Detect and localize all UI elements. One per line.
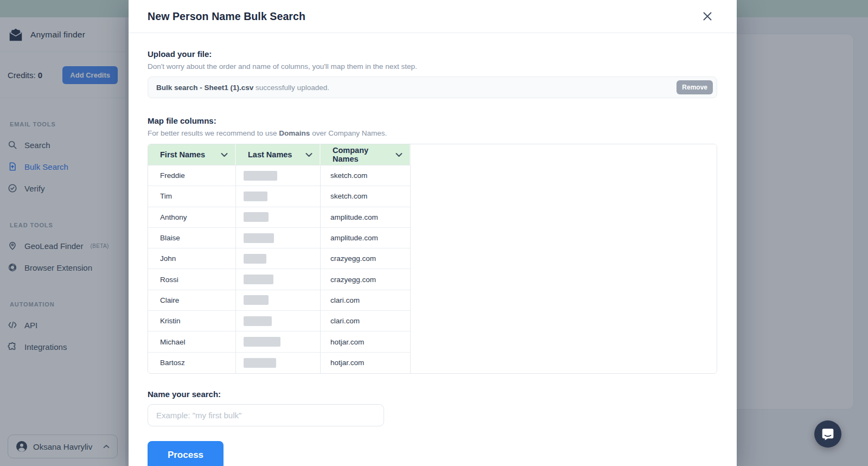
modal-title: New Person Name Bulk Search <box>148 10 305 23</box>
first-name-cell: Michael <box>148 331 236 352</box>
modal-header: New Person Name Bulk Search <box>129 0 737 33</box>
company-cell: hotjar.com <box>321 353 411 373</box>
column-label: Last Names <box>248 150 292 159</box>
company-cell: amplitude.com <box>321 207 411 228</box>
process-button[interactable]: Process <box>148 441 224 466</box>
column-select-company-names[interactable]: Company Names <box>321 144 411 165</box>
close-icon <box>702 11 713 22</box>
company-cell: clari.com <box>321 311 411 331</box>
first-name-cell: Anthony <box>148 207 236 228</box>
redacted-last-name <box>244 171 277 181</box>
chevron-down-icon <box>395 152 403 157</box>
last-name-cell <box>236 311 321 331</box>
column-select-last-names[interactable]: Last Names <box>236 144 321 165</box>
redacted-last-name <box>244 358 276 368</box>
last-name-cell <box>236 331 321 352</box>
last-name-cell <box>236 353 321 373</box>
chat-bubble-icon <box>821 427 835 441</box>
map-columns-hint: For better results we recommend to use D… <box>148 129 717 137</box>
last-name-cell <box>236 165 321 186</box>
first-name-cell: Claire <box>148 290 236 311</box>
last-name-cell <box>236 186 321 207</box>
last-name-cell <box>236 207 321 228</box>
table-row: Kristin clari.com <box>148 311 717 331</box>
last-name-cell <box>236 248 321 269</box>
column-label: Company Names <box>333 146 395 163</box>
column-select-first-names[interactable]: First Names <box>148 144 236 165</box>
company-cell: amplitude.com <box>321 228 411 248</box>
redacted-last-name <box>244 316 272 326</box>
company-cell: hotjar.com <box>321 331 411 352</box>
last-name-cell <box>236 228 321 248</box>
first-name-cell: Blaise <box>148 228 236 248</box>
name-search-heading: Name your search: <box>148 390 717 399</box>
company-cell: crazyegg.com <box>321 269 411 290</box>
first-name-cell: Rossi <box>148 269 236 290</box>
column-mapping-table: First Names Last Names Company Names Fre… <box>148 144 717 374</box>
uploaded-file-bar: Bulk search - Sheet1 (1).csv successfull… <box>148 76 717 98</box>
table-header-filler <box>411 144 717 165</box>
upload-heading: Upload your file: <box>148 49 717 59</box>
first-name-cell: Bartosz <box>148 353 236 373</box>
mapping-table-header: First Names Last Names Company Names <box>148 144 717 165</box>
first-name-cell: John <box>148 248 236 269</box>
redacted-last-name <box>244 295 269 305</box>
table-row: Claire clari.com <box>148 290 717 311</box>
company-cell: crazyegg.com <box>321 248 411 269</box>
company-cell: sketch.com <box>321 165 411 186</box>
chevron-down-icon <box>221 152 228 157</box>
table-row: Tim sketch.com <box>148 186 717 207</box>
table-row: Blaise amplitude.com <box>148 228 717 248</box>
map-columns-heading: Map file columns: <box>148 116 717 125</box>
modal-body: Upload your file: Don't worry about the … <box>129 49 737 466</box>
close-button[interactable] <box>700 9 715 24</box>
first-name-cell: Freddie <box>148 165 236 186</box>
company-cell: clari.com <box>321 290 411 311</box>
column-label: First Names <box>160 150 205 159</box>
uploaded-file-name: Bulk search - Sheet1 (1).csv <box>156 84 253 92</box>
table-row: Rossi crazyegg.com <box>148 269 717 290</box>
redacted-last-name <box>244 212 269 222</box>
table-row: Michael hotjar.com <box>148 331 717 352</box>
uploaded-file-status: Bulk search - Sheet1 (1).csv successfull… <box>156 84 329 92</box>
redacted-last-name <box>244 233 274 243</box>
redacted-last-name <box>244 254 266 264</box>
search-name-input[interactable] <box>148 404 384 426</box>
redacted-last-name <box>244 275 273 284</box>
bulk-search-modal: New Person Name Bulk Search Upload your … <box>129 0 737 466</box>
remove-file-button[interactable]: Remove <box>676 80 713 94</box>
first-name-cell: Tim <box>148 186 236 207</box>
chevron-down-icon <box>305 152 312 157</box>
upload-hint: Don't worry about the order and name of … <box>148 62 717 71</box>
table-row: Freddie sketch.com <box>148 165 717 186</box>
table-row: Bartosz hotjar.com <box>148 353 717 373</box>
company-cell: sketch.com <box>321 186 411 207</box>
table-row: John crazyegg.com <box>148 248 717 269</box>
last-name-cell <box>236 290 321 311</box>
first-name-cell: Kristin <box>148 311 236 331</box>
redacted-last-name <box>244 191 267 201</box>
table-row: Anthony amplitude.com <box>148 207 717 228</box>
last-name-cell <box>236 269 321 290</box>
chat-launcher-button[interactable] <box>814 420 841 448</box>
redacted-last-name <box>244 337 280 347</box>
